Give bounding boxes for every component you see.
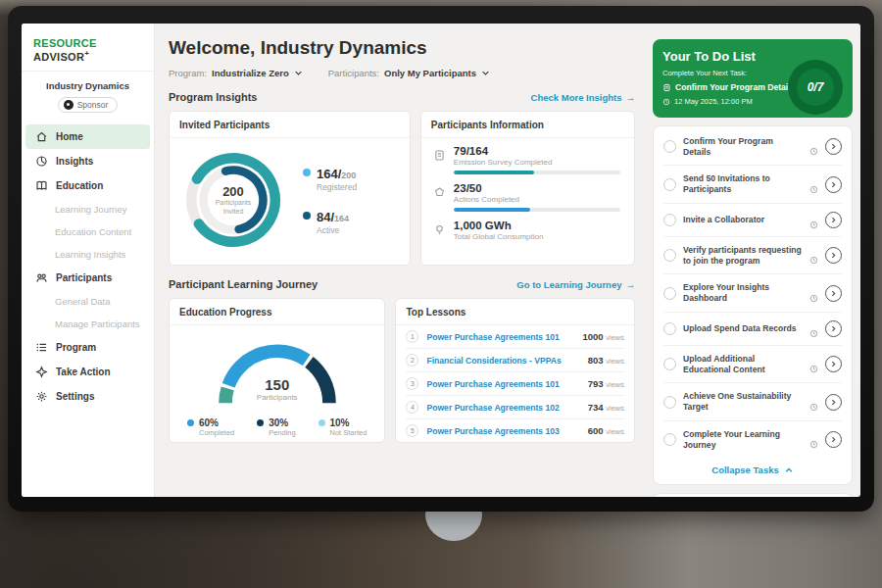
- sidebar-item-learning-journey[interactable]: Learning Journey: [22, 198, 154, 220]
- task-checkbox[interactable]: [663, 249, 676, 262]
- lesson-link[interactable]: Power Purchase Agreements 101: [426, 379, 579, 389]
- sidebar-item-education[interactable]: Education: [22, 173, 154, 198]
- todo-task-row[interactable]: Send 50 Invitations to Participants: [663, 166, 842, 203]
- survey-icon: [433, 148, 446, 161]
- legend-dot-icon: [303, 169, 311, 176]
- gauge-legend: 60%Completed30%Pending10%Not Started: [177, 414, 376, 437]
- lesson-link[interactable]: Power Purchase Agreements 102: [426, 403, 579, 413]
- legend-dot-icon: [187, 419, 194, 426]
- filters: Program: Industrialize Zero Participants…: [169, 68, 635, 78]
- task-open-button[interactable]: [825, 138, 842, 155]
- sidebar-item-label: Program: [56, 342, 96, 353]
- program-insights-title: Program Insights: [169, 91, 257, 103]
- clock-icon: [809, 180, 818, 189]
- clock-icon: [809, 324, 818, 333]
- todo-task-row[interactable]: Upload Additional Educational Content: [663, 346, 842, 383]
- program-filter-label: Program:: [169, 68, 207, 78]
- lesson-views: 600 views: [588, 425, 624, 436]
- sidebar-item-insights[interactable]: Insights: [22, 149, 154, 173]
- task-checkbox[interactable]: [663, 214, 676, 226]
- clock-icon: [809, 398, 818, 407]
- chevron-up-icon: [784, 466, 794, 475]
- brand-secondary: ADVISOR: [33, 51, 84, 63]
- gauge-center-label: Participants: [194, 393, 361, 402]
- sidebar-item-education-content[interactable]: Education Content: [22, 220, 154, 243]
- arrow-right-icon: →: [626, 92, 636, 103]
- task-checkbox[interactable]: [663, 433, 676, 446]
- chevron-down-icon: [294, 69, 303, 77]
- legend-label: Pending: [269, 428, 296, 437]
- lesson-views: 734 views: [588, 402, 624, 413]
- task-checkbox[interactable]: [663, 322, 676, 335]
- photo-background: RESOURCE ADVISOR+ Industry Dynamics Spon…: [0, 0, 882, 588]
- todo-task-row[interactable]: Complete Your Learning Journey: [663, 421, 842, 458]
- sidebar-item-label: Participants: [56, 272, 112, 283]
- sponsor-badge: Sponsor: [58, 97, 119, 113]
- sidebar-item-settings[interactable]: Settings: [22, 384, 154, 409]
- task-label: Complete Your Learning Journey: [683, 429, 803, 450]
- task-open-button[interactable]: [825, 285, 842, 302]
- task-checkbox[interactable]: [663, 396, 676, 409]
- task-checkbox[interactable]: [663, 287, 676, 300]
- lesson-rank-badge: 5: [406, 424, 418, 437]
- lesson-link[interactable]: Power Purchase Agreements 103: [426, 426, 579, 436]
- lesson-link[interactable]: Power Purchase Agreements 101: [426, 332, 574, 342]
- todo-task-row[interactable]: Upload Spend Data Records: [663, 313, 842, 346]
- brand-plus: +: [84, 49, 89, 58]
- sponsor-icon: [64, 100, 74, 110]
- task-label: Upload Spend Data Records: [683, 323, 803, 334]
- task-open-button[interactable]: [825, 176, 842, 193]
- sidebar-item-manage-participants[interactable]: Manage Participants: [22, 313, 154, 335]
- education-icon: [35, 179, 48, 192]
- sidebar-item-learning-insights[interactable]: Learning Insights: [22, 243, 154, 266]
- task-label: Achieve One Sustainability Target: [683, 391, 803, 412]
- todo-task-row[interactable]: Invite a Collaborator: [663, 204, 842, 237]
- settings-icon: [35, 390, 48, 403]
- monitor-bezel: RESOURCE ADVISOR+ Industry Dynamics Spon…: [8, 6, 874, 512]
- go-to-learning-journey-link[interactable]: Go to Learning Journey →: [516, 279, 635, 290]
- info-stat-row: 1,000 GWhTotal Global Consumption: [433, 220, 622, 241]
- education-progress-title: Education Progress: [170, 299, 384, 325]
- sidebar-item-label: Settings: [56, 391, 94, 402]
- lesson-link[interactable]: Financial Considerations - VPPAs: [426, 356, 579, 366]
- sidebar-item-home[interactable]: Home: [25, 124, 150, 149]
- task-open-button[interactable]: [825, 394, 842, 411]
- legend-value: 30%: [269, 417, 296, 428]
- participants-filter[interactable]: Participants: Only My Participants: [328, 68, 490, 78]
- task-open-button[interactable]: [825, 356, 842, 372]
- task-checkbox[interactable]: [663, 178, 676, 191]
- check-more-insights-link[interactable]: Check More Insights →: [531, 92, 635, 103]
- program-filter[interactable]: Program: Industrialize Zero: [169, 68, 303, 78]
- sidebar-item-program[interactable]: Program: [22, 335, 154, 360]
- donut-center-value: 200: [222, 184, 244, 199]
- task-checkbox[interactable]: [663, 358, 676, 370]
- clipboard-icon: [662, 83, 671, 92]
- brand-primary: RESOURCE: [33, 37, 97, 49]
- todo-task-row[interactable]: Explore Your Insights Dashboard: [663, 274, 842, 312]
- stat-progress-bar: [454, 171, 620, 174]
- todo-summary-card: Your To Do List Complete Your Next Task:…: [653, 39, 853, 118]
- gauge-legend-item: 60%Completed: [187, 417, 234, 437]
- task-open-button[interactable]: [825, 320, 842, 337]
- todo-task-row[interactable]: Achieve One Sustainability Target: [663, 383, 842, 420]
- participants-icon: [35, 271, 48, 284]
- task-open-button[interactable]: [825, 431, 842, 448]
- sidebar-item-participants[interactable]: Participants: [22, 266, 154, 290]
- task-checkbox[interactable]: [663, 140, 676, 153]
- todo-task-row[interactable]: Confirm Your Program Details: [663, 128, 842, 166]
- task-open-button[interactable]: [825, 212, 842, 228]
- collapse-tasks-link[interactable]: Collapse Tasks: [663, 458, 842, 478]
- lesson-views: 803 views: [588, 355, 624, 366]
- stat-label: Total Global Consumption: [454, 232, 544, 241]
- task-open-button[interactable]: [825, 247, 842, 264]
- sidebar-item-take-action[interactable]: Take Action: [22, 360, 154, 384]
- clock-icon: [809, 216, 818, 224]
- home-icon: [35, 130, 48, 143]
- todo-task-row[interactable]: Verify participants requesting to join t…: [663, 237, 842, 274]
- consumption-icon: [433, 222, 446, 235]
- learning-journey-title: Participant Learning Journey: [169, 278, 318, 290]
- program-icon: [35, 341, 48, 354]
- sidebar-item-general-data[interactable]: General Data: [22, 290, 154, 313]
- legend-label: Registered: [317, 182, 357, 192]
- sidebar-item-label: Home: [56, 131, 83, 142]
